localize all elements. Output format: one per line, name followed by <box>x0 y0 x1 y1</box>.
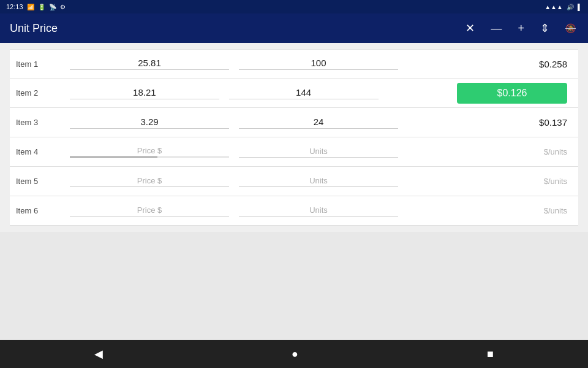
price-col[interactable]: 3.29 <box>65 113 234 132</box>
result-placeholder: $/units <box>544 177 567 186</box>
units-value: 144 <box>229 87 379 98</box>
settings-icon-small: ⚙ <box>60 4 66 10</box>
units-underline <box>239 128 398 129</box>
result-value: $0.258 <box>539 59 567 69</box>
wifi-icon: 📡 <box>49 4 56 10</box>
result-placeholder: $/units <box>544 206 567 215</box>
units-placeholder: Units <box>239 205 398 215</box>
price-underline <box>70 69 229 70</box>
sim-icon: 📶 <box>27 4 34 10</box>
table-row: Item 4 Price $ Units $/units <box>10 137 578 167</box>
table-row: Item 5 Price $ Units $/units <box>10 167 578 196</box>
price-col[interactable]: Price $ <box>65 172 234 191</box>
price-underline <box>70 216 229 217</box>
status-bar-left: 12:13 📶 🔋 📡 ⚙ <box>6 3 66 10</box>
units-placeholder: Units <box>239 176 398 185</box>
close-button[interactable]: ✕ <box>463 20 477 36</box>
result-col: $/units <box>403 173 572 190</box>
add-button[interactable]: + <box>515 20 527 36</box>
result-col: $/units <box>403 144 572 160</box>
table-row: Item 6 Price $ Units $/units <box>10 196 578 226</box>
price-placeholder: Price $ <box>70 176 229 185</box>
price-col[interactable]: Price $ <box>65 142 234 161</box>
table-row: Item 3 3.29 24 $0.137 <box>10 108 578 137</box>
units-underline <box>239 69 398 70</box>
price-col[interactable]: Price $ <box>65 202 234 220</box>
nav-bar: ◀ ● ■ <box>0 340 588 368</box>
result-placeholder: $/units <box>544 147 567 156</box>
result-col: $0.137 <box>403 113 572 131</box>
price-underline-active <box>70 156 229 158</box>
price-col[interactable]: 25.81 <box>65 54 234 74</box>
title-actions: ✕ — + ⇕ 🔕 <box>463 20 578 36</box>
page-title: Unit Price <box>10 22 58 35</box>
price-underline <box>70 186 229 187</box>
resize-button[interactable]: ⇕ <box>538 20 552 36</box>
price-col[interactable]: 18.21 <box>65 83 224 103</box>
units-col[interactable]: 24 <box>234 113 403 132</box>
result-col: $0.126 <box>383 79 573 107</box>
row-label: Item 6 <box>16 206 65 215</box>
units-underline <box>239 216 398 217</box>
result-highlight-badge: $0.126 <box>457 83 567 104</box>
row-label: Item 1 <box>16 59 65 69</box>
price-underline <box>70 128 229 129</box>
status-time: 12:13 <box>6 3 23 10</box>
minimize-button[interactable]: — <box>488 20 504 36</box>
units-underline <box>239 186 398 187</box>
nav-back-button[interactable]: ◀ <box>80 342 118 366</box>
nav-home-button[interactable]: ● <box>277 343 313 366</box>
table-row: Item 1 25.81 100 $0.258 <box>10 49 578 79</box>
signal-icon: ▲▲▲ <box>545 4 563 10</box>
wifi-signal-icon: 🔊 <box>567 4 574 10</box>
battery-icon: 🔋 <box>38 4 45 10</box>
row-label: Item 2 <box>16 88 65 98</box>
price-placeholder: Price $ <box>70 146 229 155</box>
main-content: Item 1 25.81 100 $0.258 Item 2 18.21 144… <box>0 43 588 232</box>
units-placeholder: Units <box>239 147 398 156</box>
title-bar: Unit Price ✕ — + ⇕ 🔕 <box>0 13 588 43</box>
price-value: 25.81 <box>70 58 229 68</box>
units-value: 100 <box>239 58 398 68</box>
price-value: 3.29 <box>70 117 229 127</box>
row-label: Item 4 <box>16 147 65 156</box>
units-value: 24 <box>239 117 398 127</box>
row-label: Item 5 <box>16 177 65 186</box>
result-col: $/units <box>403 202 572 219</box>
units-underline <box>229 99 379 99</box>
status-bar-right: ▲▲▲ 🔊 ▌ <box>545 4 582 10</box>
price-value: 18.21 <box>70 87 219 98</box>
battery-level-icon: ▌ <box>578 4 582 10</box>
units-col[interactable]: Units <box>234 143 403 161</box>
settings-button[interactable]: 🔕 <box>563 21 578 35</box>
price-underline <box>70 99 219 99</box>
units-underline <box>239 157 398 158</box>
status-bar: 12:13 📶 🔋 📡 ⚙ ▲▲▲ 🔊 ▌ <box>0 0 588 13</box>
price-placeholder: Price $ <box>70 205 229 215</box>
units-col[interactable]: 100 <box>234 54 403 74</box>
table-row: Item 2 18.21 144 $0.126 <box>10 79 578 108</box>
units-col[interactable]: 144 <box>224 83 383 103</box>
row-label: Item 3 <box>16 118 65 127</box>
units-col[interactable]: Units <box>234 202 403 220</box>
result-col: $0.258 <box>403 55 572 73</box>
result-value: $0.137 <box>539 117 567 128</box>
units-col[interactable]: Units <box>234 172 403 191</box>
nav-recent-button[interactable]: ■ <box>472 343 508 366</box>
